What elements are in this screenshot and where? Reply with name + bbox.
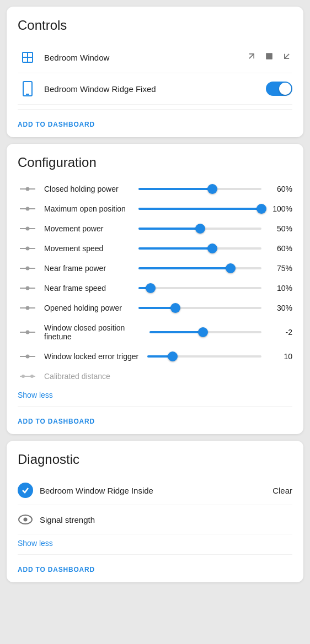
svg-point-19 — [26, 286, 30, 290]
slider-adjust-icon — [18, 352, 38, 361]
slider-row-near-frame-power: Near frame power75% — [18, 258, 292, 278]
bedroom-window-actions — [246, 51, 292, 64]
bedroom-window-ridge-fixed-label: Bedroom Window Ridge Fixed — [44, 84, 259, 94]
slider-label-near-frame-speed: Near frame speed — [44, 284, 130, 293]
slider-row-window-closed-position-finetune: Window closed position finetune-2 — [18, 318, 292, 347]
diagnostic-title: Diagnostic — [18, 452, 292, 467]
slider-row-maximum-open-position: Maximum open position100% — [18, 199, 292, 219]
diagnostic-divider — [18, 554, 292, 555]
calibrated-distance-row: Calibrated distance — [18, 366, 292, 386]
svg-rect-4 — [266, 53, 272, 59]
slider-adjust-icon — [18, 224, 38, 233]
svg-point-11 — [26, 207, 30, 211]
configuration-card: Configuration Closed holding power60% Ma… — [7, 144, 303, 434]
slider-row-window-locked-error-trigger: Window locked error trigger10 — [18, 347, 292, 366]
svg-point-21 — [26, 306, 30, 310]
signal-strength-label: Signal strength — [40, 515, 292, 524]
slider-label-opened-holding-power: Opened holding power — [44, 304, 130, 312]
bedroom-window-ridge-inside-row: Bedroom Window Ridge Inside Clear — [18, 476, 292, 505]
configuration-divider — [18, 406, 292, 407]
slider-adjust-icon — [18, 264, 38, 273]
slider-value-opened-holding-power: 30% — [270, 304, 292, 312]
slider-value-window-closed-position-finetune: -2 — [270, 328, 292, 337]
svg-point-30 — [24, 518, 28, 522]
slider-track-closed-holding-power[interactable] — [138, 188, 261, 190]
slider-value-movement-speed: 60% — [270, 244, 292, 253]
bedroom-window-ridge-inside-label: Bedroom Window Ridge Inside — [40, 486, 266, 495]
svg-point-28 — [30, 375, 34, 378]
slider-track-window-locked-error-trigger[interactable] — [147, 355, 261, 358]
slider-value-window-locked-error-trigger: 10 — [270, 352, 292, 361]
slider-label-movement-power: Movement power — [44, 224, 130, 233]
slider-adjust-icon — [18, 185, 38, 193]
slider-label-window-closed-position-finetune: Window closed position finetune — [44, 323, 141, 341]
slider-label-movement-speed: Movement speed — [44, 244, 130, 253]
svg-line-5 — [285, 53, 289, 58]
configuration-add-to-dashboard[interactable]: ADD TO DASHBOARD — [18, 411, 292, 425]
controls-title: Controls — [18, 18, 292, 33]
stop-icon[interactable] — [264, 51, 275, 64]
slider-label-closed-holding-power: Closed holding power — [44, 185, 130, 193]
slider-row-movement-power: Movement power50% — [18, 219, 292, 239]
controls-add-to-dashboard[interactable]: ADD TO DASHBOARD — [18, 114, 292, 128]
bedroom-window-ridge-inside-value: Clear — [272, 486, 292, 495]
bedroom-window-ridge-fixed-toggle[interactable] — [266, 82, 292, 96]
slider-adjust-icon — [18, 328, 38, 337]
slider-row-movement-speed: Movement speed60% — [18, 239, 292, 258]
controls-divider — [18, 109, 292, 110]
close-icon[interactable] — [281, 51, 292, 64]
slider-label-maximum-open-position: Maximum open position — [44, 204, 130, 213]
slider-label-window-locked-error-trigger: Window locked error trigger — [44, 352, 138, 361]
slider-value-maximum-open-position: 100% — [270, 204, 292, 213]
slider-adjust-icon — [18, 204, 38, 213]
slider-track-opened-holding-power[interactable] — [138, 307, 261, 309]
diagnostic-add-to-dashboard[interactable]: ADD TO DASHBOARD — [18, 559, 292, 573]
window-icon — [18, 47, 38, 67]
configuration-title: Configuration — [18, 155, 292, 170]
slider-track-near-frame-power[interactable] — [138, 267, 261, 269]
open-icon[interactable] — [246, 51, 257, 64]
calibrated-label: Calibrated distance — [44, 372, 110, 381]
svg-point-9 — [26, 187, 30, 191]
slider-adjust-icon — [18, 304, 38, 312]
slider-track-movement-speed[interactable] — [138, 247, 261, 250]
check-circle-icon — [18, 483, 33, 498]
svg-point-13 — [26, 227, 30, 231]
slider-adjust-icon — [18, 284, 38, 293]
slider-value-near-frame-speed: 10% — [270, 284, 292, 293]
bedroom-window-label: Bedroom Window — [44, 53, 239, 62]
diagnostic-card: Diagnostic Bedroom Window Ridge Inside C… — [7, 441, 303, 582]
slider-row-closed-holding-power: Closed holding power60% — [18, 179, 292, 199]
slider-row-opened-holding-power: Opened holding power30% — [18, 298, 292, 318]
slider-track-near-frame-speed[interactable] — [138, 287, 261, 289]
slider-label-near-frame-power: Near frame power — [44, 264, 130, 273]
controls-card: Controls Bedroom Window — [7, 7, 303, 137]
bedroom-window-row: Bedroom Window — [18, 42, 292, 73]
slider-value-near-frame-power: 75% — [270, 264, 292, 273]
bedroom-window-ridge-fixed-row: Bedroom Window Ridge Fixed — [18, 73, 292, 105]
diagnostic-show-less[interactable]: Show less — [18, 534, 53, 550]
slider-value-closed-holding-power: 60% — [270, 185, 292, 193]
slider-track-movement-power[interactable] — [138, 228, 261, 230]
svg-point-25 — [26, 355, 30, 359]
slider-value-movement-power: 50% — [270, 224, 292, 233]
slider-track-maximum-open-position[interactable] — [138, 208, 261, 210]
svg-point-23 — [26, 331, 30, 334]
sliders-container: Closed holding power60% Maximum open pos… — [18, 179, 292, 366]
svg-point-27 — [22, 375, 25, 378]
calibrated-icon — [18, 372, 38, 381]
svg-point-17 — [26, 267, 30, 270]
svg-line-3 — [249, 53, 254, 58]
eye-icon — [18, 512, 33, 527]
device-icon — [18, 79, 38, 99]
slider-adjust-icon — [18, 244, 38, 253]
configuration-show-less[interactable]: Show less — [18, 386, 53, 402]
signal-strength-row: Signal strength — [18, 505, 292, 534]
svg-point-15 — [26, 247, 30, 251]
slider-row-near-frame-speed: Near frame speed10% — [18, 278, 292, 298]
slider-track-window-closed-position-finetune[interactable] — [149, 331, 261, 333]
